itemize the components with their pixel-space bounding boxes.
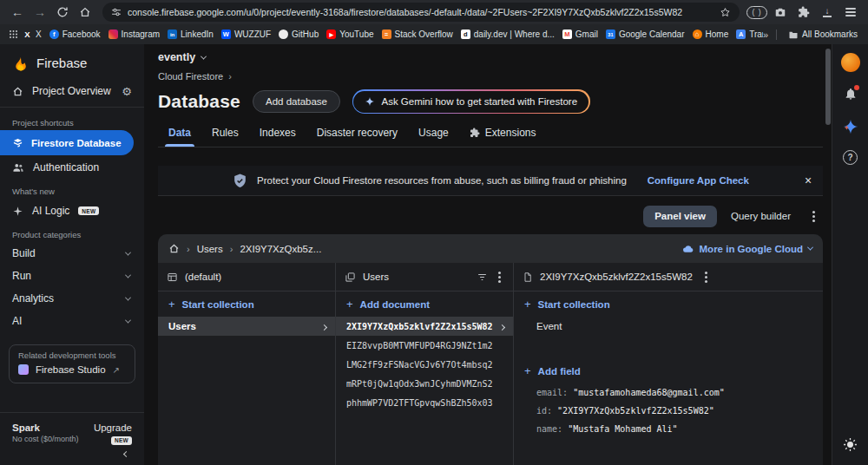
add-document-button[interactable]: +Add document <box>336 291 513 317</box>
document-column-header: 2XI9Y7XzQxb5zklvf2Z2x15s5W82 <box>514 263 823 291</box>
document-menu-icon[interactable] <box>705 276 707 278</box>
app-check-banner: Protect your Cloud Firestore resources f… <box>158 166 823 196</box>
firestore-icon <box>12 137 23 148</box>
bookmark-gmail[interactable]: MGmail <box>559 28 602 41</box>
doc-start-collection-button[interactable]: +Start collection <box>514 291 823 317</box>
plus-icon: + <box>168 298 175 311</box>
database-table-icon <box>167 272 178 283</box>
bookmark-linkedin[interactable]: inLinkedIn <box>164 28 217 41</box>
bookmark-translate[interactable]: ATranslate <box>733 28 763 41</box>
extensions-puzzle-icon[interactable] <box>793 2 814 23</box>
project-switcher[interactable]: evently <box>158 44 823 70</box>
sidebar-category-run[interactable]: Run <box>0 265 144 287</box>
tab-usage[interactable]: Usage <box>408 120 459 147</box>
home-icon[interactable] <box>75 2 95 23</box>
gemini-icon[interactable] <box>842 118 859 135</box>
sidebar-item-project-overview[interactable]: Project Overview ⚙ <box>0 79 144 103</box>
breadcrumb-collection[interactable]: Users <box>197 244 223 254</box>
sidebar-item-firebase-studio[interactable]: Firebase Studio ↗ <box>18 364 126 375</box>
downloads-icon[interactable]: ↓ <box>817 2 838 23</box>
document-row[interactable]: mRPt0jQw1qOdx3wnJCyhmDVMZnS2 <box>336 374 513 393</box>
root-home-icon[interactable] <box>168 243 180 254</box>
breadcrumb: Cloud Firestore › <box>158 70 823 82</box>
sidebar-item-authentication[interactable]: Authentication <box>0 155 144 180</box>
sidebar-category-build[interactable]: Build <box>0 242 144 265</box>
field-row-email[interactable]: email "mustafamohameda68@gmail.com" <box>514 383 823 402</box>
code-pill-icon[interactable]: ( ) <box>746 2 767 23</box>
theme-toggle-icon[interactable] <box>843 437 858 455</box>
breadcrumb-document[interactable]: 2XI9Y7XzQxb5z... <box>240 244 321 254</box>
bookmarks-overflow-icon[interactable]: » <box>763 29 768 40</box>
view-overflow-menu-icon[interactable] <box>812 215 815 218</box>
project-settings-gear-icon[interactable]: ⚙ <box>122 85 132 98</box>
all-bookmarks-button[interactable]: All Bookmarks <box>785 28 861 42</box>
tab-disaster-recovery[interactable]: Disaster recovery <box>306 120 408 147</box>
bookmark-wuzzuf[interactable]: WWUZZUF <box>218 28 274 41</box>
filter-icon[interactable] <box>477 272 488 283</box>
help-icon[interactable]: ? <box>843 150 858 165</box>
add-database-button[interactable]: Add database <box>253 90 340 113</box>
gemini-spark-icon <box>365 96 375 107</box>
forward-icon[interactable]: → <box>30 2 50 23</box>
firebase-logo[interactable]: Firebase <box>0 44 144 79</box>
ask-gemini-button[interactable]: Ask Gemini how to get started with Fires… <box>352 89 590 114</box>
field-row-name[interactable]: name "Mustafa Mohamed Ali" <box>514 420 823 438</box>
bookmark-home[interactable]: ⌂Home <box>689 28 733 41</box>
plan-divider <box>0 412 144 413</box>
sidebar-collapse-button[interactable] <box>0 447 144 465</box>
bookmark-star-icon[interactable] <box>720 7 731 18</box>
cloud-icon <box>682 243 694 255</box>
banner-close-icon[interactable]: × <box>800 173 816 188</box>
sidebar-category-analytics[interactable]: Analytics <box>0 287 144 310</box>
panel-view-button[interactable]: Panel view <box>643 206 717 227</box>
collection-row-users[interactable]: Users <box>158 317 335 336</box>
collapse-chevron-icon <box>123 451 129 457</box>
collection-menu-icon[interactable] <box>498 276 501 278</box>
upgrade-link[interactable]: Upgrade <box>94 422 132 433</box>
document-row[interactable]: EIZ8vvpB0MTVMFUPD4RGJ9NZt1m2 <box>336 336 513 355</box>
bookmark-x[interactable]: XX <box>19 28 45 41</box>
document-row[interactable]: LMG2fF9zFSNacVGJv6Y7Ot4mbsq2 <box>336 355 513 374</box>
document-row[interactable]: phhmWP7VD2TFTGpvqwShBZh50x03 <box>336 393 513 412</box>
notifications-bell-icon[interactable] <box>844 87 858 103</box>
tab-data[interactable]: Data <box>158 120 201 147</box>
browser-menu-icon[interactable] <box>840 2 861 23</box>
add-field-button[interactable]: +Add field <box>514 358 823 383</box>
tab-extensions[interactable]: Extensions <box>459 120 547 147</box>
plan-name: Spark <box>12 422 79 433</box>
start-collection-button[interactable]: +Start collection <box>158 291 335 317</box>
field-row-id[interactable]: id "2XI9Y7XzQxb5zklvf2Z2x15s5W82" <box>514 402 823 420</box>
document-column: 2XI9Y7XzQxb5zklvf2Z2x15s5W82 +Start coll… <box>514 263 823 465</box>
tab-indexes[interactable]: Indexes <box>249 120 306 147</box>
refresh-icon[interactable] <box>52 2 73 23</box>
sidebar-item-firestore-database[interactable]: Firestore Database <box>0 130 134 155</box>
account-avatar[interactable] <box>841 53 860 72</box>
bookmark-stackoverflow[interactable]: =Stack Overflow <box>378 28 457 41</box>
scrollbar-thumb[interactable] <box>825 49 831 125</box>
bookmark-github[interactable]: GitHub <box>275 28 322 41</box>
sidebar-item-ai-logic[interactable]: AI Logic NEW <box>0 199 144 223</box>
tab-rules[interactable]: Rules <box>201 120 249 147</box>
bookmark-google-calendar[interactable]: 31Google Calendar <box>602 28 688 41</box>
notification-badge <box>854 85 859 90</box>
sidebar-category-ai[interactable]: AI <box>0 310 144 332</box>
bookmark-dailydev[interactable]: ddaily.dev | Where d... <box>457 28 558 41</box>
configure-app-check-link[interactable]: Configure App Check <box>648 175 749 186</box>
screenshot-camera-icon[interactable] <box>770 2 791 23</box>
shortcuts-label: Project shortcuts <box>0 111 144 130</box>
subcollection-row-event[interactable]: Event <box>514 317 823 336</box>
apps-grid-icon[interactable] <box>10 30 11 32</box>
query-builder-button[interactable]: Query builder <box>720 206 801 227</box>
site-settings-icon[interactable] <box>111 7 122 17</box>
page-title: Database <box>158 91 240 112</box>
dailydev-favicon: d <box>461 29 470 39</box>
breadcrumb-cloud-firestore[interactable]: Cloud Firestore <box>158 71 223 82</box>
document-row[interactable]: 2XI9Y7XzQxb5zklvf2Z2x15s5W82 <box>336 317 513 336</box>
more-in-google-cloud-link[interactable]: More in Google Cloud <box>682 243 812 255</box>
address-bar[interactable]: console.firebase.google.com/u/0/project/… <box>102 3 740 22</box>
bookmark-youtube[interactable]: ▶YouTube <box>323 28 377 41</box>
back-icon[interactable]: ← <box>7 2 28 23</box>
bookmark-instagram[interactable]: Instagram <box>105 28 163 41</box>
banner-text: Protect your Cloud Firestore resources f… <box>257 175 627 186</box>
bookmark-facebook[interactable]: fFacebook <box>46 28 104 41</box>
